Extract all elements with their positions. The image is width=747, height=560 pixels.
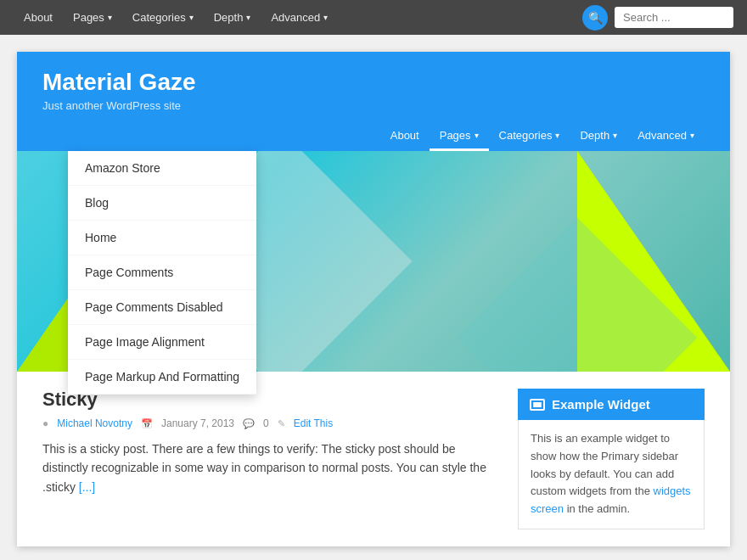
sidebar: Example Widget This is an example widget… xyxy=(518,389,705,529)
site-nav-categories[interactable]: Categories ▾ xyxy=(489,122,570,151)
admin-nav-pages-label: Pages xyxy=(73,11,104,24)
admin-nav-depth[interactable]: Depth ▾ xyxy=(204,0,261,35)
site-nav-about-label: About xyxy=(390,129,419,142)
main-wrapper: Material Gaze Just another WordPress sit… xyxy=(0,35,747,560)
post-body-text: This is a sticky post. There are a few t… xyxy=(42,442,486,494)
dropdown-item-page-markup[interactable]: Page Markup And Formatting xyxy=(68,360,256,395)
widget-icon-line-3 xyxy=(533,406,542,407)
comment-icon: 💬 xyxy=(243,418,255,429)
site-nav-pages[interactable]: Pages ▾ xyxy=(430,122,489,151)
post-author[interactable]: Michael Novotny xyxy=(57,417,132,429)
pages-dropdown: Amazon Store Blog Home Page Comments Pag… xyxy=(68,151,256,395)
site-tagline: Just another WordPress site xyxy=(42,99,705,112)
site-nav-depth[interactable]: Depth ▾ xyxy=(570,122,627,151)
site-nav: About Pages ▾ Categories ▾ Depth ▾ xyxy=(42,122,705,151)
dropdown-item-amazon[interactable]: Amazon Store xyxy=(68,151,256,186)
site-nav-advanced-label: Advanced xyxy=(637,129,687,142)
site-title: Material Gaze xyxy=(42,69,705,96)
admin-bar: About Pages ▾ Categories ▾ Depth ▾ Advan… xyxy=(0,0,747,35)
admin-nav-categories[interactable]: Categories ▾ xyxy=(122,0,204,35)
pages-chevron-icon: ▾ xyxy=(108,13,112,22)
admin-nav-pages[interactable]: Pages ▾ xyxy=(63,0,122,35)
site-nav-wrapper: About Pages ▾ Categories ▾ Depth ▾ xyxy=(42,122,705,151)
site-nav-advanced[interactable]: Advanced ▾ xyxy=(627,122,705,151)
widget-header: Example Widget xyxy=(518,389,705,420)
site-nav-advanced-chevron: ▾ xyxy=(690,131,694,140)
dropdown-item-page-image[interactable]: Page Image Alignment xyxy=(68,325,256,360)
admin-nav-depth-label: Depth xyxy=(214,11,244,24)
site-container: Material Gaze Just another WordPress sit… xyxy=(17,52,730,546)
site-nav-pages-chevron: ▾ xyxy=(475,131,479,140)
site-header: Material Gaze Just another WordPress sit… xyxy=(17,52,730,151)
dropdown-item-page-comments[interactable]: Page Comments xyxy=(68,255,256,290)
site-nav-categories-chevron: ▾ xyxy=(555,131,559,140)
dropdown-item-page-comments-disabled[interactable]: Page Comments Disabled xyxy=(68,290,256,325)
site-nav-pages-label: Pages xyxy=(440,129,471,142)
widget-body: This is an example widget to show how th… xyxy=(518,420,705,529)
site-nav-depth-label: Depth xyxy=(580,129,609,142)
site-nav-about[interactable]: About xyxy=(380,122,430,151)
pencil-icon: ✎ xyxy=(278,418,285,429)
search-button[interactable]: 🔍 xyxy=(582,5,608,31)
widget-link-suffix: in the admin. xyxy=(564,502,630,515)
site-nav-depth-chevron: ▾ xyxy=(613,131,617,140)
admin-nav-advanced[interactable]: Advanced ▾ xyxy=(261,0,338,35)
content-area: Sticky ● Michael Novotny 📅 January 7, 20… xyxy=(17,372,730,546)
post-edit-link[interactable]: Edit This xyxy=(294,417,333,429)
post-date: January 7, 2013 xyxy=(161,417,234,429)
admin-nav-advanced-label: Advanced xyxy=(271,11,320,24)
advanced-chevron-icon: ▾ xyxy=(323,13,328,22)
admin-search-area: 🔍 xyxy=(582,5,733,31)
widget-icon xyxy=(530,399,545,411)
widget-title: Example Widget xyxy=(552,397,650,412)
main-content: Sticky ● Michael Novotny 📅 January 7, 20… xyxy=(42,389,492,529)
post-comments: 0 xyxy=(263,417,269,429)
person-icon: ● xyxy=(42,417,48,429)
dropdown-item-blog[interactable]: Blog xyxy=(68,186,256,221)
calendar-icon: 📅 xyxy=(141,418,153,429)
search-icon: 🔍 xyxy=(588,11,603,25)
post-more-link[interactable]: [...] xyxy=(79,480,95,494)
site-nav-categories-label: Categories xyxy=(499,129,553,142)
admin-nav-categories-label: Categories xyxy=(132,11,186,24)
post-meta: ● Michael Novotny 📅 January 7, 2013 💬 0 … xyxy=(42,417,492,429)
depth-chevron-icon: ▾ xyxy=(246,13,250,22)
search-input[interactable] xyxy=(615,7,733,28)
admin-nav-about-label: About xyxy=(24,11,53,24)
post-body: This is a sticky post. There are a few t… xyxy=(42,440,492,496)
dropdown-item-home[interactable]: Home xyxy=(68,221,256,255)
categories-chevron-icon: ▾ xyxy=(189,13,194,22)
admin-nav-about[interactable]: About xyxy=(14,0,63,35)
